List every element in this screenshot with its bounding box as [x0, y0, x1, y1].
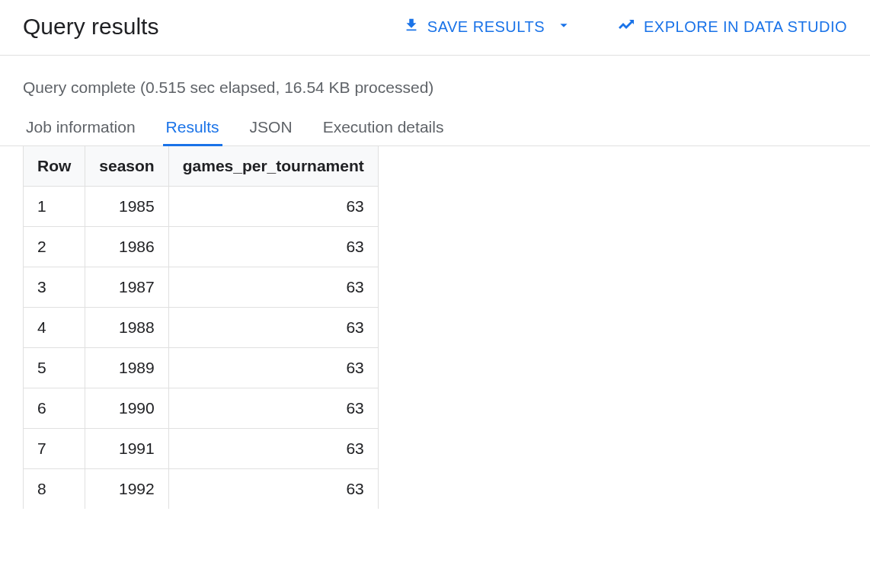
table-row: 2198663	[24, 227, 379, 267]
cell-games-per-tournament: 63	[168, 469, 378, 510]
table-header-row: Rowseasongames_per_tournament	[24, 146, 379, 187]
page-title: Query results	[23, 14, 158, 40]
cell-row: 5	[24, 348, 85, 388]
column-header-row: Row	[24, 146, 85, 187]
table-row: 5198963	[24, 348, 379, 388]
results-table-wrap: Rowseasongames_per_tournament 1198563219…	[0, 146, 870, 509]
cell-row: 8	[24, 469, 85, 510]
cell-games-per-tournament: 63	[168, 348, 378, 388]
cell-games-per-tournament: 63	[168, 388, 378, 429]
tabs: Job informationResultsJSONExecution deta…	[0, 112, 870, 146]
save-results-label: SAVE RESULTS	[427, 18, 545, 36]
explore-data-studio-button[interactable]: EXPLORE IN DATA STUDIO	[618, 16, 847, 38]
tab-execution-details[interactable]: Execution details	[320, 112, 447, 145]
save-results-button[interactable]: SAVE RESULTS	[403, 17, 572, 37]
column-header-season: season	[85, 146, 168, 187]
table-body: 1198563219866331987634198863519896361990…	[24, 187, 379, 510]
table-row: 6199063	[24, 388, 379, 429]
table-row: 8199263	[24, 469, 379, 510]
query-status: Query complete (0.515 sec elapsed, 16.54…	[0, 56, 870, 112]
table-row: 7199163	[24, 429, 379, 469]
cell-season: 1985	[85, 187, 168, 227]
cell-season: 1987	[85, 267, 168, 308]
tab-json[interactable]: JSON	[247, 112, 296, 145]
cell-row: 2	[24, 227, 85, 267]
cell-season: 1990	[85, 388, 168, 429]
tab-job-information[interactable]: Job information	[23, 112, 139, 145]
cell-games-per-tournament: 63	[168, 267, 378, 308]
table-row: 1198563	[24, 187, 379, 227]
cell-row: 1	[24, 187, 85, 227]
cell-games-per-tournament: 63	[168, 429, 378, 469]
cell-row: 6	[24, 388, 85, 429]
table-row: 4198863	[24, 308, 379, 348]
column-header-games_per_tournament: games_per_tournament	[168, 146, 378, 187]
cell-row: 4	[24, 308, 85, 348]
cell-season: 1988	[85, 308, 168, 348]
cell-season: 1992	[85, 469, 168, 510]
cell-season: 1989	[85, 348, 168, 388]
cell-games-per-tournament: 63	[168, 308, 378, 348]
cell-games-per-tournament: 63	[168, 227, 378, 267]
results-table: Rowseasongames_per_tournament 1198563219…	[23, 146, 379, 509]
header-bar: Query results SAVE RESULTS EXPLORE IN DA…	[0, 0, 870, 56]
cell-row: 3	[24, 267, 85, 308]
cell-season: 1991	[85, 429, 168, 469]
cell-row: 7	[24, 429, 85, 469]
tab-results[interactable]: Results	[163, 112, 222, 145]
chevron-down-icon	[555, 17, 572, 37]
table-row: 3198763	[24, 267, 379, 308]
download-icon	[403, 17, 420, 37]
chart-icon	[618, 16, 636, 38]
cell-games-per-tournament: 63	[168, 187, 378, 227]
cell-season: 1986	[85, 227, 168, 267]
explore-label: EXPLORE IN DATA STUDIO	[644, 18, 847, 36]
